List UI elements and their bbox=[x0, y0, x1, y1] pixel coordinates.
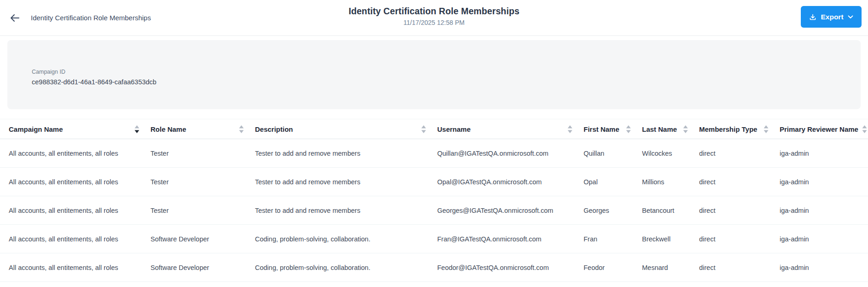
column-header-description[interactable]: Description bbox=[255, 119, 437, 139]
export-button-label: Export bbox=[821, 13, 843, 21]
cell-campaign-name: All accounts, all entitements, all roles bbox=[0, 150, 150, 157]
cell-role-name: Tester bbox=[150, 150, 255, 157]
table-row: All accounts, all entitements, all roles… bbox=[0, 253, 868, 282]
cell-membership-type: direct bbox=[699, 207, 780, 214]
export-button[interactable]: Export bbox=[801, 6, 862, 28]
sort-icon bbox=[134, 125, 139, 133]
column-header-label: Role Name bbox=[150, 125, 186, 133]
cell-username: Opal@IGATestQA.onmicrosoft.com bbox=[437, 178, 584, 186]
column-header-label: Membership Type bbox=[699, 125, 757, 133]
table-header-row: Campaign NameRole NameDescriptionUsernam… bbox=[0, 119, 868, 139]
sort-icon bbox=[626, 125, 631, 133]
cell-campaign-name: All accounts, all entitements, all roles bbox=[0, 178, 150, 186]
cell-first-name: Georges bbox=[584, 207, 642, 214]
cell-role-name: Software Developer bbox=[150, 264, 255, 271]
column-header-label: Primary Reviewer Name bbox=[780, 125, 858, 133]
download-icon bbox=[809, 13, 816, 21]
cell-username: Feodor@IGATestQA.onmicrosoft.com bbox=[437, 264, 584, 271]
table-row: All accounts, all entitements, all roles… bbox=[0, 139, 868, 168]
table-row: All accounts, all entitements, all roles… bbox=[0, 168, 868, 196]
cell-campaign-name: All accounts, all entitements, all roles bbox=[0, 264, 150, 271]
column-header-label: First Name bbox=[584, 125, 619, 133]
back-arrow-icon bbox=[10, 13, 20, 23]
cell-primary-reviewer-name: iga-admin bbox=[780, 264, 868, 271]
cell-last-name: Betancourt bbox=[642, 207, 699, 214]
chevron-down-icon bbox=[848, 15, 853, 19]
column-header-first-name[interactable]: First Name bbox=[584, 119, 642, 139]
sort-icon bbox=[862, 125, 867, 133]
cell-description: Tester to add and remove members bbox=[255, 178, 437, 186]
column-header-label: Description bbox=[255, 125, 293, 133]
cell-last-name: Breckwell bbox=[642, 235, 699, 243]
cell-first-name: Fran bbox=[584, 235, 642, 243]
cell-primary-reviewer-name: iga-admin bbox=[780, 178, 868, 186]
cell-first-name: Opal bbox=[584, 178, 642, 186]
campaign-id-label: Campaign ID bbox=[32, 69, 861, 75]
back-button[interactable] bbox=[9, 12, 21, 24]
cell-primary-reviewer-name: iga-admin bbox=[780, 150, 868, 157]
cell-description: Tester to add and remove members bbox=[255, 150, 437, 157]
sort-icon bbox=[567, 125, 573, 133]
cell-username: Georges@IGATestQA.onmicrosoft.com bbox=[437, 207, 584, 214]
table-row: All accounts, all entitements, all roles… bbox=[0, 225, 868, 253]
cell-description: Coding, problem-solving, collaboration. bbox=[255, 264, 437, 271]
cell-membership-type: direct bbox=[699, 150, 780, 157]
cell-campaign-name: All accounts, all entitements, all roles bbox=[0, 235, 150, 243]
column-header-username[interactable]: Username bbox=[437, 119, 584, 139]
campaign-panel: Campaign ID ce988382-d6d1-46a1-8649-cafa… bbox=[7, 40, 861, 109]
top-bar: Identity Certification Role Memberships … bbox=[0, 0, 868, 36]
cell-primary-reviewer-name: iga-admin bbox=[780, 235, 868, 243]
column-header-last-name[interactable]: Last Name bbox=[642, 119, 699, 139]
column-header-primary-reviewer-name[interactable]: Primary Reviewer Name bbox=[780, 119, 868, 139]
cell-username: Quillan@IGATestQA.onmicrosoft.com bbox=[437, 150, 584, 157]
cell-username: Fran@IGATestQA.onmicrosoft.com bbox=[437, 235, 584, 243]
column-header-label: Last Name bbox=[642, 125, 677, 133]
cell-last-name: Wilcockes bbox=[642, 150, 699, 157]
table-body: All accounts, all entitements, all roles… bbox=[0, 139, 868, 282]
cell-description: Coding, problem-solving, collaboration. bbox=[255, 235, 437, 243]
column-header-label: Campaign Name bbox=[9, 125, 63, 133]
cell-role-name: Tester bbox=[150, 207, 255, 214]
memberships-table: Campaign NameRole NameDescriptionUsernam… bbox=[0, 119, 868, 282]
sort-icon bbox=[421, 125, 426, 133]
sort-icon bbox=[764, 125, 769, 133]
cell-membership-type: direct bbox=[699, 235, 780, 243]
cell-last-name: Millions bbox=[642, 178, 699, 186]
sort-icon bbox=[239, 125, 244, 133]
cell-membership-type: direct bbox=[699, 178, 780, 186]
cell-first-name: Feodor bbox=[584, 264, 642, 271]
report-timestamp: 11/17/2025 12:58 PM bbox=[348, 19, 519, 26]
cell-primary-reviewer-name: iga-admin bbox=[780, 207, 868, 214]
cell-role-name: Tester bbox=[150, 178, 255, 186]
column-header-membership-type[interactable]: Membership Type bbox=[699, 119, 780, 139]
column-header-label: Username bbox=[437, 125, 471, 133]
campaign-id-value: ce988382-d6d1-46a1-8649-cafaa6353dcb bbox=[32, 78, 861, 86]
breadcrumb: Identity Certification Role Memberships bbox=[31, 14, 151, 22]
table-row: All accounts, all entitements, all roles… bbox=[0, 196, 868, 225]
cell-membership-type: direct bbox=[699, 264, 780, 271]
cell-last-name: Mesnard bbox=[642, 264, 699, 271]
column-header-role-name[interactable]: Role Name bbox=[150, 119, 255, 139]
cell-campaign-name: All accounts, all entitements, all roles bbox=[0, 207, 150, 214]
cell-first-name: Quillan bbox=[584, 150, 642, 157]
sort-icon bbox=[683, 125, 688, 133]
page-title: Identity Certification Role Memberships bbox=[348, 6, 519, 17]
cell-description: Tester to add and remove members bbox=[255, 207, 437, 214]
column-header-campaign-name[interactable]: Campaign Name bbox=[0, 119, 150, 139]
cell-role-name: Software Developer bbox=[150, 235, 255, 243]
